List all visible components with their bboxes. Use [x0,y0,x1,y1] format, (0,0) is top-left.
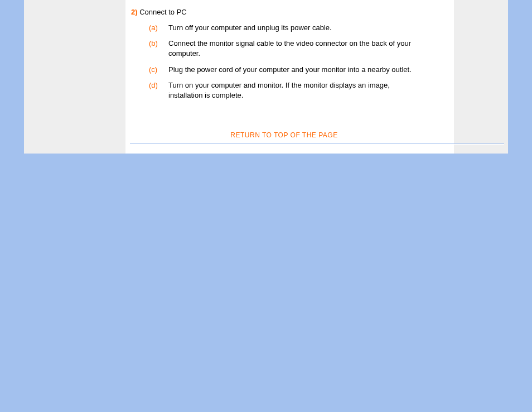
page-wrapper: 2) Connect to PC (a) Turn off your compu… [0,0,532,412]
right-gutter [454,0,508,154]
section-title: Connect to PC [139,8,187,16]
step-text: Turn off your computer and unplug its po… [168,23,332,33]
return-to-top-link[interactable]: RETURN TO TOP OF THE PAGE [131,131,437,139]
step-text: Plug the power cord of your computer and… [168,65,412,75]
page-container: 2) Connect to PC (a) Turn off your compu… [24,0,508,154]
section-number: 2) [131,8,138,16]
step-item: (b) Connect the monitor signal cable to … [149,39,437,59]
step-item: (c) Plug the power cord of your computer… [149,65,437,75]
step-item: (d) Turn on your computer and monitor. I… [149,80,437,100]
step-item: (a) Turn off your computer and unplug it… [149,23,437,33]
step-letter: (b) [149,39,168,59]
bottom-divider [130,143,504,145]
step-text: Turn on your computer and monitor. If th… [168,80,414,100]
step-letter: (c) [149,65,168,75]
step-letter: (a) [149,23,168,33]
section-heading: 2) Connect to PC [131,8,437,16]
sidebar [24,0,125,154]
step-text: Connect the monitor signal cable to the … [168,39,414,59]
step-letter: (d) [149,80,168,100]
step-list: (a) Turn off your computer and unplug it… [149,23,437,100]
content-area: 2) Connect to PC (a) Turn off your compu… [125,0,454,154]
